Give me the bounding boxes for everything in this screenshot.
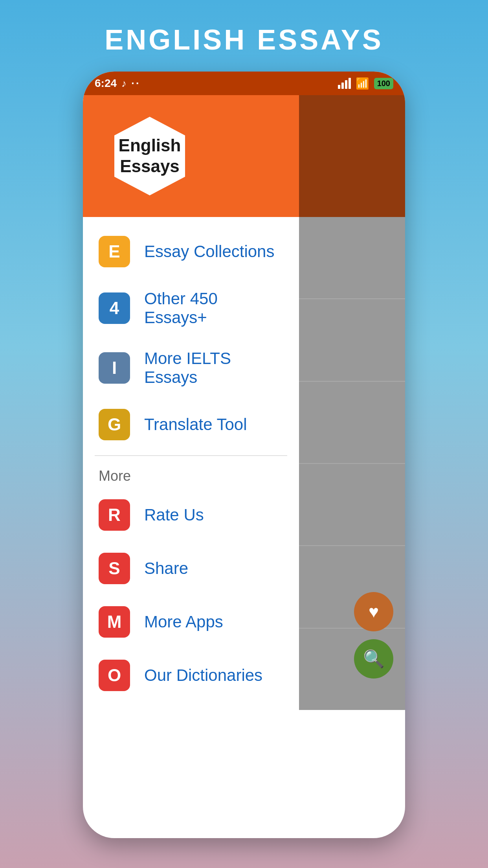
main-content: E Essay Collections 4 Other 450 Essays+ …: [83, 217, 405, 710]
fab-container: ♥ 🔍: [354, 592, 393, 679]
menu-item-more-apps[interactable]: M More Apps: [83, 595, 299, 649]
translate-tool-icon: G: [99, 409, 130, 440]
app-logo: English Essays: [106, 113, 193, 199]
ielts-essays-label: More IELTS Essays: [144, 349, 283, 387]
app-header: English Essays: [83, 95, 405, 217]
tiktok-icon: ♪: [121, 77, 127, 90]
battery-indicator: 100: [374, 78, 393, 89]
rate-us-label: Rate Us: [144, 506, 204, 524]
other-essays-icon: 4: [99, 292, 130, 324]
right-block-3: [299, 382, 405, 464]
left-panel: E Essay Collections 4 Other 450 Essays+ …: [83, 217, 299, 710]
right-block-1: [299, 217, 405, 299]
wifi-icon: 📶: [356, 77, 369, 90]
menu-item-ielts-essays[interactable]: I More IELTS Essays: [83, 338, 299, 398]
menu-item-our-dictionaries[interactable]: O Our Dictionaries: [83, 649, 299, 702]
status-bar: 6:24 ♪ ·· 📶 100: [83, 72, 405, 95]
app-logo-text: English Essays: [119, 135, 181, 177]
signal-bars-icon: [338, 78, 351, 89]
menu-item-other-essays[interactable]: 4 Other 450 Essays+: [83, 278, 299, 338]
dots-icon: ··: [131, 77, 141, 90]
right-panel: ♥ 🔍: [299, 217, 405, 710]
menu-item-rate-us[interactable]: R Rate Us: [83, 488, 299, 542]
more-apps-label: More Apps: [144, 612, 223, 631]
essay-collections-icon: E: [99, 236, 130, 267]
ielts-essays-icon: I: [99, 352, 130, 384]
menu-item-essay-collections[interactable]: E Essay Collections: [83, 225, 299, 278]
phone-frame: 6:24 ♪ ·· 📶 100 English Essays: [83, 72, 405, 838]
essay-collections-label: Essay Collections: [144, 242, 274, 261]
page-title: ENGLISH ESSAYS: [105, 24, 383, 56]
right-block-4: [299, 464, 405, 546]
more-section-header: More: [83, 460, 299, 488]
rate-us-icon: R: [99, 499, 130, 531]
other-essays-label: Other 450 Essays+: [144, 289, 283, 327]
translate-tool-label: Translate Tool: [144, 415, 247, 434]
section-divider: [95, 455, 287, 456]
status-right: 📶 100: [338, 77, 393, 90]
our-dictionaries-label: Our Dictionaries: [144, 666, 262, 685]
more-apps-icon: M: [99, 606, 130, 638]
our-dictionaries-icon: O: [99, 660, 130, 691]
right-block-2: [299, 299, 405, 381]
share-label: Share: [144, 559, 188, 578]
search-fab-button[interactable]: 🔍: [354, 639, 393, 679]
menu-item-share[interactable]: S Share: [83, 542, 299, 595]
menu-item-translate-tool[interactable]: G Translate Tool: [83, 398, 299, 451]
header-right-overlay: [299, 95, 405, 217]
time-display: 6:24: [95, 77, 117, 90]
status-left: 6:24 ♪ ··: [95, 77, 141, 90]
favorite-fab-button[interactable]: ♥: [354, 592, 393, 631]
right-block-6: ♥ 🔍: [299, 629, 405, 710]
share-icon: S: [99, 553, 130, 584]
